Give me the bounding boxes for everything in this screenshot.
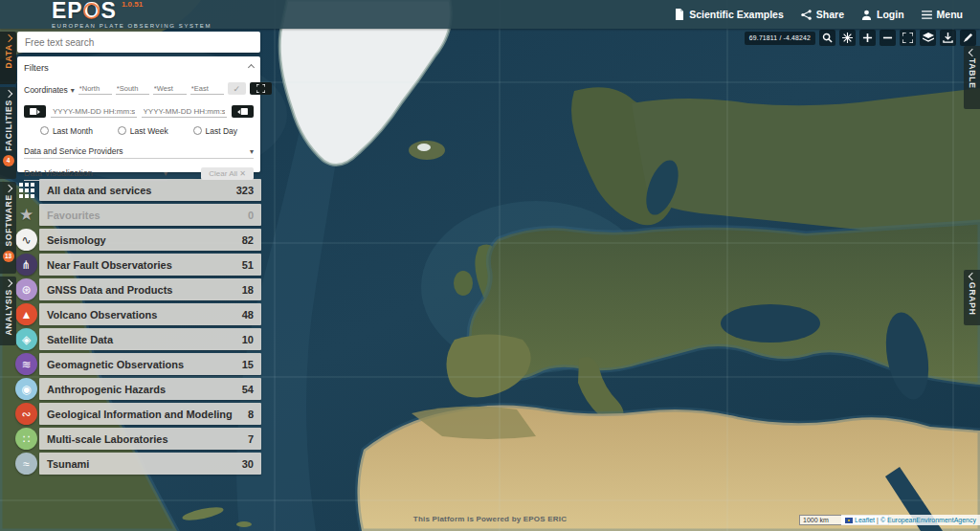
layers-button[interactable] xyxy=(920,30,936,46)
sidebar-tab-data[interactable]: DATA xyxy=(0,32,16,84)
geological-icon: ∾ xyxy=(15,403,37,425)
scientific-examples-button[interactable]: Scientific Examples xyxy=(675,9,784,20)
count-badge: 30 xyxy=(242,458,254,470)
count-badge: 54 xyxy=(242,384,254,395)
draw-button[interactable] xyxy=(960,30,976,46)
filters-panel: Filters Coordinates ▾ ✓ xyxy=(17,56,260,172)
zoom-in-button[interactable] xyxy=(859,30,876,46)
category-favourites[interactable]: ★ Favourites0 xyxy=(15,204,261,226)
map-toolbar: 69.71811 / -4.48242 xyxy=(745,30,976,46)
sidebar-tab-analysis[interactable]: ANALYSIS xyxy=(0,277,16,345)
apply-bbox-button[interactable]: ✓ xyxy=(228,82,246,95)
search-icon xyxy=(822,33,833,43)
facilities-count-badge: 4 xyxy=(3,155,14,166)
grid-icon xyxy=(15,179,37,201)
layers-icon xyxy=(923,33,934,43)
zoom-out-button[interactable] xyxy=(880,30,896,46)
category-satellite[interactable]: ◈ Satellite Data10 xyxy=(15,328,261,350)
count-badge: 51 xyxy=(242,259,254,271)
date-start-field[interactable] xyxy=(51,106,137,118)
panel-tab-graph[interactable]: GRAPH xyxy=(964,270,980,325)
free-text-search xyxy=(17,32,260,53)
date-start-picker-button[interactable] xyxy=(24,105,46,118)
date-end-field[interactable] xyxy=(142,106,228,118)
tsunami-icon: ≈ xyxy=(15,453,37,475)
login-button[interactable]: Login xyxy=(861,9,904,20)
count-badge: 8 xyxy=(248,409,254,420)
minus-icon xyxy=(882,33,893,43)
count-badge: 15 xyxy=(242,359,254,370)
eu-flag-icon xyxy=(845,518,853,523)
person-icon xyxy=(861,10,872,20)
pencil-icon xyxy=(963,33,973,43)
share-icon xyxy=(801,10,812,20)
north-field[interactable] xyxy=(78,83,112,95)
document-icon xyxy=(675,9,684,20)
panel-tab-table[interactable]: TABLE xyxy=(964,46,980,109)
west-field[interactable] xyxy=(153,83,187,95)
radio-last-week[interactable]: Last Week xyxy=(118,126,168,136)
category-geological[interactable]: ∾ Geological Information and Modeling8 xyxy=(15,403,261,425)
category-tsunami[interactable]: ≈ Tsunami30 xyxy=(15,453,261,475)
category-gnss[interactable]: ⊛ GNSS Data and Products18 xyxy=(15,278,261,300)
caret-down-icon: ▾ xyxy=(71,86,75,95)
chevron-icon xyxy=(968,273,975,280)
count-badge: 48 xyxy=(242,309,254,321)
header-nav: Scientific Examples Share Login Menu xyxy=(675,9,963,20)
category-multiscale-labs[interactable]: ∷ Multi-scale Laboratories7 xyxy=(15,428,261,450)
category-near-fault[interactable]: ⋔ Near Fault Observatories51 xyxy=(15,254,261,276)
filters-title: Filters xyxy=(24,62,49,73)
radio-last-month[interactable]: Last Month xyxy=(40,126,93,136)
clear-all-button[interactable]: Clear All ✕ xyxy=(201,167,254,180)
count-badge: 7 xyxy=(248,433,254,445)
sidebar-tab-software[interactable]: SOFTWARE 13 xyxy=(0,182,16,274)
epos-logo[interactable]: EPOS 1.0.51 EUROPEAN PLATE OBSERVING SYS… xyxy=(52,0,212,29)
fullscreen-button[interactable] xyxy=(900,30,916,46)
category-anthropogenic[interactable]: ◉ Anthropogenic Hazards54 xyxy=(15,378,261,400)
chevron-icon xyxy=(4,185,11,192)
hamburger-icon xyxy=(922,11,932,19)
star-icon: ★ xyxy=(15,204,37,226)
visualization-select[interactable]: Data Visualization ▾ xyxy=(24,166,167,181)
calendar-end-icon xyxy=(237,107,248,116)
east-field[interactable] xyxy=(190,83,224,95)
date-end-picker-button[interactable] xyxy=(232,105,254,118)
category-geomagnetic[interactable]: ≋ Geomagnetic Observations15 xyxy=(15,353,261,375)
attribution-source-link[interactable]: © EuropeanEnvironmentAgency xyxy=(880,517,976,523)
draw-bbox-button[interactable] xyxy=(250,82,272,95)
cluster-toggle-button[interactable] xyxy=(839,30,856,46)
leaflet-link[interactable]: Leaflet xyxy=(855,517,875,523)
menu-button[interactable]: Menu xyxy=(922,9,963,20)
seismology-icon: ∿ xyxy=(15,229,37,251)
satellite-icon: ◈ xyxy=(15,328,37,350)
collapse-chevron-icon[interactable] xyxy=(248,63,255,70)
count-badge: 0 xyxy=(248,210,254,221)
category-volcano[interactable]: ▲ Volcano Observations48 xyxy=(15,303,261,325)
download-icon xyxy=(943,33,953,43)
search-input[interactable] xyxy=(17,32,260,53)
category-seismology[interactable]: ∿ Seismology82 xyxy=(15,229,261,251)
providers-select[interactable]: Data and Service Providers ▾ xyxy=(24,144,254,159)
map-search-button[interactable] xyxy=(819,30,835,46)
anthropogenic-icon: ◉ xyxy=(15,378,37,400)
chevron-icon xyxy=(4,34,11,42)
crosshair-expand-icon xyxy=(256,84,265,93)
epos-logo-title: EPOS xyxy=(52,0,117,22)
download-button[interactable] xyxy=(940,30,956,46)
gnss-icon: ⊛ xyxy=(15,278,37,300)
radio-last-day[interactable]: Last Day xyxy=(193,126,238,136)
coordinates-select[interactable]: Coordinates ▾ xyxy=(24,85,75,95)
count-badge: 82 xyxy=(242,234,254,246)
count-badge: 10 xyxy=(242,334,254,345)
sidebar-tab-facilities[interactable]: FACILITIES 4 xyxy=(0,87,16,179)
expand-icon xyxy=(902,33,913,43)
chevron-icon xyxy=(4,279,11,287)
volcano-icon: ▲ xyxy=(15,303,37,325)
app-header: EPOS 1.0.51 EUROPEAN PLATE OBSERVING SYS… xyxy=(0,0,980,29)
plus-icon xyxy=(862,33,873,43)
caret-down-icon: ▾ xyxy=(250,147,254,156)
app-version: 1.0.51 xyxy=(122,1,143,9)
south-field[interactable] xyxy=(116,83,149,95)
category-all-data[interactable]: All data and services323 xyxy=(15,179,261,201)
share-button[interactable]: Share xyxy=(801,9,844,20)
